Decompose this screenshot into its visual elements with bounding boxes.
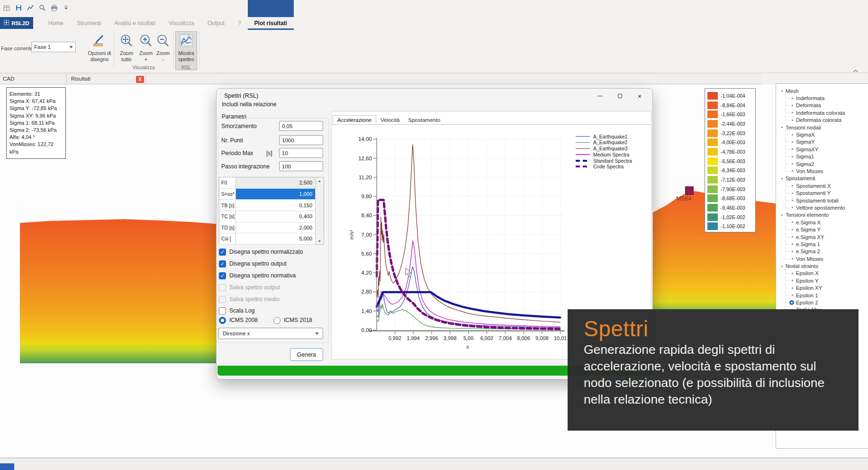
tree-connector <box>785 167 789 172</box>
tree-section-nodal-straints[interactable]: Nodal straints <box>780 262 868 269</box>
tab-accelerazione[interactable]: Accelerazione <box>333 115 376 125</box>
include-in-report-label[interactable]: Includi nella relazione <box>222 101 276 108</box>
tree-item-von-misses[interactable]: Von Misses <box>780 255 868 262</box>
maximize-icon[interactable] <box>610 89 630 103</box>
scroll-up-icon[interactable]: ▲ <box>318 177 321 184</box>
colorbar-value: -6,34E-003 <box>721 167 745 173</box>
colorbar-row: -2,44E-003 <box>707 119 755 129</box>
checkbox-disegna-spettro-normativa[interactable]: ✓Disegna spettro normativa <box>219 271 296 280</box>
radio-icms-2008[interactable]: ICMS 2008 <box>219 316 258 324</box>
menu-tab-output[interactable]: Output <box>201 17 231 29</box>
menu-tab-home[interactable]: Home <box>42 17 70 29</box>
checkbox-disegna-spettro-output[interactable]: ✓Disegna spettro output <box>219 259 287 268</box>
field-input[interactable] <box>279 121 323 131</box>
tree-item-indeformata[interactable]: Indeformata <box>780 94 868 101</box>
tree-connector <box>785 225 789 230</box>
fase-corrente-select[interactable]: Fase 1 <box>31 42 76 52</box>
ribbon-collapse-icon[interactable] <box>853 66 859 75</box>
tree-item-label: SigmaY <box>796 139 815 145</box>
tree-section-spostamenti[interactable]: Spostamenti <box>780 175 868 182</box>
table-scrollbar[interactable]: ▲ ▼ <box>315 177 324 244</box>
tree-item-epsilon-x[interactable]: Epsilon X <box>780 270 868 277</box>
tree-item-indeformata-colorata[interactable]: Indeformata colorata <box>780 109 868 116</box>
tree-item-epsilon-y[interactable]: Epsilon Y <box>780 277 868 284</box>
table-row[interactable]: TD [s]2,000 <box>219 222 315 233</box>
direction-select[interactable]: Direzione x <box>218 328 323 339</box>
save-icon[interactable] <box>15 4 22 11</box>
checkbox-salva-spettro-medio[interactable]: Salva spettro medio <box>219 295 280 304</box>
tree-item-spostamenti-y[interactable]: Spostamenti Y <box>780 189 868 196</box>
menu-tab--[interactable]: ? <box>231 17 248 29</box>
tree-item-label: Deformata colorata <box>796 117 841 123</box>
document-tab-bar: CAD Risultati X <box>0 74 761 84</box>
print-icon[interactable] <box>50 4 58 11</box>
table-row[interactable]: TB [s]0,150 <box>219 200 315 211</box>
tree-item-sigmay[interactable]: SigmaY <box>780 138 868 146</box>
scroll-down-icon[interactable]: ▼ <box>318 238 321 244</box>
close-tab-icon[interactable]: X <box>136 76 144 83</box>
table-row[interactable]: TC [s]0,400 <box>219 211 315 222</box>
tree-item-sigmaxy[interactable]: SigmaXY <box>780 146 868 153</box>
tree-item-e-sigma-1[interactable]: e.Sigma 1 <box>780 240 868 248</box>
zoom-icon[interactable] <box>38 4 46 11</box>
colorbar-swatch <box>707 166 718 174</box>
tree-item-sigma2[interactable]: Sigma2 <box>780 160 868 167</box>
tree-connector <box>785 298 789 303</box>
menu-tab-strumenti[interactable]: Strumenti <box>70 17 108 29</box>
tree-item-spostamenti-x[interactable]: Spostamenti X <box>780 182 868 189</box>
tree-item-e-sigma-xy[interactable]: e.Sigma XY <box>780 233 868 240</box>
tab-velocita[interactable]: Velocità <box>376 116 404 124</box>
tree-item-sigma1[interactable]: Sigma1 <box>780 153 868 160</box>
tree-item-von-misses[interactable]: Von Misses <box>780 167 868 175</box>
customize-toolbar-icon[interactable] <box>62 4 70 11</box>
opzioni-di-disegno-button[interactable]: Opzioni di disegno <box>87 31 112 70</box>
tab-spostamento[interactable]: Spostamento <box>404 116 445 124</box>
tree-item-epsilon-xy[interactable]: Epsilon XY <box>780 285 868 292</box>
minimize-icon[interactable] <box>590 89 610 103</box>
tree-node-icon <box>792 258 793 259</box>
field-input[interactable] <box>279 161 323 171</box>
checkbox-icon: ✓ <box>219 260 226 267</box>
tree-item-vettore-spostamento[interactable]: Vettore spostamento <box>780 204 868 211</box>
y-tick-label: 7,00 <box>362 232 372 238</box>
tree-item-e-sigma-x[interactable]: e.Sigma X <box>780 219 868 226</box>
tree-section-tensioni-elemento[interactable]: Tensioni elemento <box>780 212 868 219</box>
tree-item-deformata-colorata[interactable]: Deformata colorata <box>780 117 868 124</box>
menu-tab-visualizza[interactable]: Visualizza <box>162 17 201 29</box>
y-tick-label: 4,20 <box>362 270 372 276</box>
colorbar-swatch <box>707 111 718 118</box>
tree-section-mesh[interactable]: Mesh <box>780 87 868 94</box>
tree-connector <box>785 276 789 281</box>
table-row[interactable]: S=ss*1,000 <box>219 189 315 200</box>
tree-item-label: e.Sigma Y <box>796 227 821 232</box>
tab-risultati[interactable]: Risultati <box>71 76 90 82</box>
tree-item-epsilon-1[interactable]: Epsilon 1 <box>780 292 868 299</box>
selected-node-marker[interactable] <box>685 186 694 195</box>
genera-button[interactable]: Genera <box>290 348 323 361</box>
close-icon[interactable]: × <box>630 89 650 103</box>
checkbox-scala-log[interactable]: Scala Log <box>219 306 254 315</box>
tree-item-epsilon-2[interactable]: Epsilon 2 <box>780 299 868 306</box>
menu-tab-analisi-e-risultati[interactable]: Analisi e risultati <box>108 17 162 29</box>
tree-item-sigmax[interactable]: SigmaX <box>780 131 868 138</box>
tree-item-e-sigma-2[interactable]: e.Sigma 2 <box>780 248 868 255</box>
tree-item-spostamenti-totali[interactable]: Spostamenti totali <box>780 197 868 204</box>
legend-label: Code Spectra <box>593 164 624 169</box>
table-row[interactable]: Csi [5,000 <box>219 233 315 245</box>
colorbar-swatch <box>707 148 718 156</box>
field-input[interactable] <box>279 135 323 145</box>
tree-section-tensioni-nodali[interactable]: Tensioni nodali <box>780 124 868 131</box>
checkbox-salva-spettro-output[interactable]: Salva spettro output <box>219 283 280 292</box>
drawing-icon[interactable] <box>3 4 10 11</box>
checkbox-disegna-spettro-normalizzato[interactable]: ✓Disegna spettro normalizzato <box>219 248 303 256</box>
plot-icon[interactable] <box>27 4 34 11</box>
field-input[interactable] <box>279 148 323 158</box>
parameter-field-row: Smorzamento <box>217 121 329 132</box>
app-brand[interactable]: RSL2D <box>0 17 33 29</box>
menu-tab-plot-risultati[interactable]: Plot risultati <box>248 17 294 29</box>
tab-cad[interactable]: CAD <box>3 76 14 82</box>
table-row[interactable]: F02,500 <box>219 177 315 189</box>
radio-icms-2018[interactable]: ICMS 2018 <box>273 316 312 324</box>
tree-item-deformata[interactable]: Deformata <box>780 102 868 109</box>
tree-item-e-sigma-y[interactable]: e.Sigma Y <box>780 226 868 233</box>
